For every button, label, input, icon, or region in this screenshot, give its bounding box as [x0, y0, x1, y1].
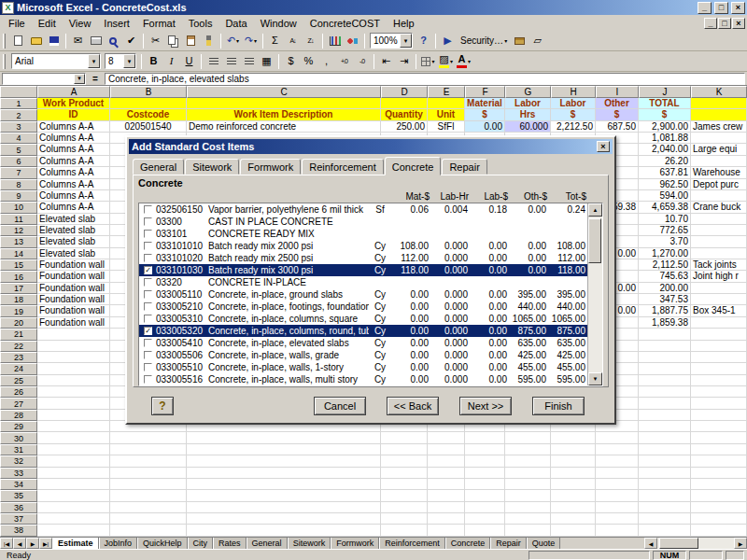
- cell-k36[interactable]: [691, 502, 747, 513]
- cell-a11[interactable]: Elevated slab: [37, 214, 110, 225]
- cell-k19[interactable]: Box 345-1: [691, 305, 747, 316]
- cell-a18[interactable]: Foundation wall: [37, 294, 110, 305]
- tab-scroll-first[interactable]: |◀: [0, 538, 13, 549]
- cell-d1[interactable]: [381, 98, 428, 109]
- cell-j2[interactable]: $: [639, 109, 691, 120]
- item-checkbox[interactable]: [144, 315, 152, 323]
- cell-j35[interactable]: [639, 490, 691, 501]
- cell-k11[interactable]: [691, 214, 747, 225]
- cell-j11[interactable]: 10.70: [639, 214, 691, 225]
- cell-a37[interactable]: [37, 513, 110, 525]
- cell-f31[interactable]: [465, 444, 505, 455]
- cell-d31[interactable]: [381, 444, 428, 455]
- cell-f38[interactable]: [465, 525, 505, 536]
- sheet-tab-jobinfo[interactable]: JobInfo: [99, 538, 138, 549]
- cell-k25[interactable]: [691, 375, 747, 386]
- cell-j32[interactable]: [639, 455, 691, 467]
- maximize-button[interactable]: □: [714, 2, 728, 14]
- row-header-26[interactable]: 26: [0, 386, 37, 398]
- toolbox-button[interactable]: [511, 33, 529, 49]
- cell-i2[interactable]: $: [596, 109, 639, 120]
- drawing-button[interactable]: [344, 33, 361, 49]
- sort-descending-button[interactable]: Z↓: [302, 33, 319, 49]
- cell-k1[interactable]: [691, 98, 747, 109]
- cell-g3[interactable]: 60.000: [505, 121, 551, 133]
- sheet-tab-sitework[interactable]: Sitework: [288, 538, 331, 549]
- menu-concretecost[interactable]: ConcreteCOST: [303, 17, 387, 30]
- column-header-c[interactable]: C: [187, 86, 381, 98]
- row-header-1[interactable]: 1: [0, 98, 37, 109]
- borders-button[interactable]: ▾: [419, 53, 437, 70]
- cell-j24[interactable]: [639, 363, 691, 374]
- font-size-combo-dropdown-icon[interactable]: [123, 54, 135, 68]
- cell-a22[interactable]: [37, 341, 110, 352]
- zoom-combo[interactable]: 100%: [370, 33, 413, 49]
- security-dropdown-icon[interactable]: ▾: [504, 37, 507, 44]
- decrease-decimal-button[interactable]: -.0: [353, 53, 371, 70]
- cell-k16[interactable]: Joint high r: [691, 271, 747, 282]
- cell-d38[interactable]: [381, 525, 428, 536]
- new-document-button[interactable]: [9, 33, 27, 49]
- select-all-corner[interactable]: [0, 86, 37, 98]
- cell-e31[interactable]: [428, 444, 465, 455]
- cost-item-row[interactable]: 033005410Concrete, in-place, elevated sl…: [139, 337, 587, 349]
- cell-k33[interactable]: [691, 468, 747, 479]
- cell-e35[interactable]: [428, 490, 465, 501]
- cost-item-row[interactable]: 03300CAST IN PLACE CONCRETE: [139, 216, 587, 228]
- cell-a28[interactable]: [37, 410, 110, 421]
- row-header-36[interactable]: 36: [0, 502, 37, 513]
- row-header-18[interactable]: 18: [0, 294, 37, 305]
- cell-i30[interactable]: [596, 432, 639, 443]
- sheet-tab-concrete[interactable]: Concrete: [445, 538, 491, 549]
- cell-j9[interactable]: 594.00: [639, 190, 691, 202]
- scroll-right-icon[interactable]: [734, 538, 747, 549]
- cell-g30[interactable]: [505, 432, 551, 443]
- item-checkbox[interactable]: [144, 205, 152, 214]
- column-header-j[interactable]: J: [639, 86, 691, 98]
- menu-file[interactable]: File: [2, 17, 32, 30]
- column-header-f[interactable]: F: [465, 86, 505, 98]
- cell-j3[interactable]: 2,900.00: [639, 121, 691, 133]
- cell-a10[interactable]: Columns A-A: [37, 202, 110, 213]
- align-right-button[interactable]: [240, 53, 258, 70]
- cell-b35[interactable]: [110, 490, 187, 501]
- cell-a20[interactable]: Foundation wall: [37, 317, 110, 329]
- cell-b3[interactable]: 020501540: [110, 121, 187, 133]
- cell-c37[interactable]: [187, 513, 381, 525]
- cell-b37[interactable]: [110, 513, 187, 525]
- row-header-35[interactable]: 35: [0, 490, 37, 501]
- cost-item-row[interactable]: 033101CONCRETE READY MIX: [139, 228, 587, 240]
- open-button[interactable]: [27, 33, 45, 49]
- tab-scroll-last[interactable]: ▶|: [39, 538, 52, 549]
- sheet-tab-city[interactable]: City: [188, 538, 214, 549]
- cell-d37[interactable]: [381, 513, 428, 525]
- column-header-e[interactable]: E: [428, 86, 465, 98]
- increase-indent-button[interactable]: ⇥: [395, 53, 413, 70]
- cell-h37[interactable]: [551, 513, 596, 525]
- cell-j29[interactable]: [639, 421, 691, 432]
- cost-item-row[interactable]: 032506150Vapor barrier, polyethylene 6 m…: [139, 203, 587, 216]
- zoom-combo-dropdown-icon[interactable]: [400, 34, 412, 48]
- fill-color-button[interactable]: ▨▾: [437, 53, 455, 70]
- cell-j28[interactable]: [639, 410, 691, 421]
- cell-c3[interactable]: Demo reinforced concrete: [187, 121, 381, 133]
- cell-a33[interactable]: [37, 468, 110, 479]
- print-button[interactable]: [87, 33, 105, 49]
- cell-f34[interactable]: [465, 479, 505, 490]
- cell-g36[interactable]: [505, 502, 551, 513]
- underline-button[interactable]: U: [180, 53, 198, 70]
- cell-i31[interactable]: [596, 444, 639, 455]
- paste-button[interactable]: [182, 33, 200, 49]
- cell-g2[interactable]: Hrs: [505, 109, 551, 120]
- cell-i36[interactable]: [596, 502, 639, 513]
- cell-b38[interactable]: [110, 525, 187, 536]
- cell-j10[interactable]: 4,659.38: [639, 202, 691, 213]
- cell-a6[interactable]: Columns A-A: [37, 156, 110, 167]
- toolbar-grip[interactable]: [3, 34, 6, 49]
- close-button[interactable]: ×: [731, 2, 745, 14]
- cell-k10[interactable]: Crane buck: [691, 202, 747, 213]
- column-header-h[interactable]: H: [551, 86, 596, 98]
- cell-d3[interactable]: 250.00: [381, 121, 428, 133]
- cell-j1[interactable]: TOTAL: [639, 98, 691, 109]
- row-header-15[interactable]: 15: [0, 259, 37, 271]
